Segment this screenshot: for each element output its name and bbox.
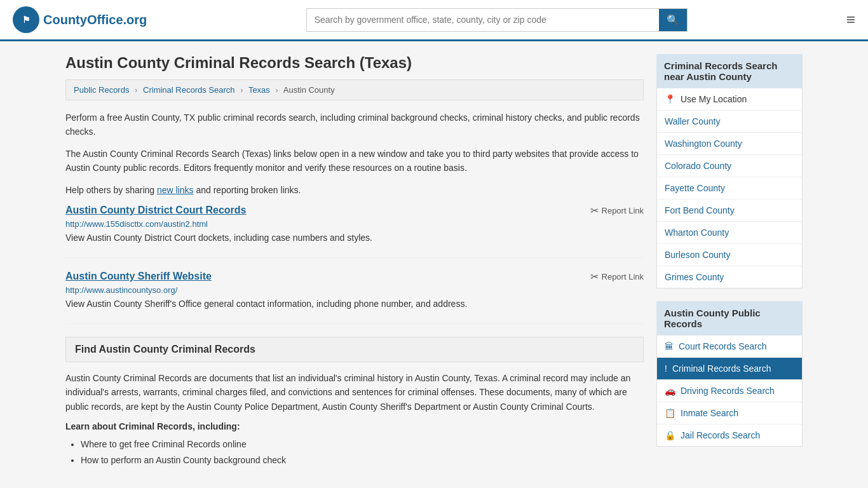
breadcrumb-sep3: › (275, 85, 278, 95)
sidebar-public-records-icon: 🚗 (665, 386, 675, 396)
sidebar-public-records-label: Court Records Search (679, 341, 767, 351)
report-link-button[interactable]: ✂ Report Link (590, 205, 644, 217)
sidebar-public-records-link[interactable]: 🏛 Court Records Search (657, 336, 802, 357)
sidebar-nearby-header: Criminal Records Search near Austin Coun… (656, 54, 803, 88)
search-button[interactable]: 🔍 (659, 9, 687, 31)
record-url: http://www.austincountyso.org/ (65, 285, 644, 295)
sidebar-public-records-icon: 🔒 (665, 430, 675, 440)
sidebar-public-records-label: Jail Records Search (681, 430, 760, 440)
find-section-header: Find Austin County Criminal Records (65, 337, 644, 362)
record-card-header: Austin County District Court Records ✂ R… (65, 205, 644, 217)
record-card: Austin County Sheriff Website ✂ Report L… (65, 271, 644, 324)
search-bar: 🔍 (306, 8, 688, 32)
sidebar-public-records-list: 🏛 Court Records Search ! Criminal Record… (656, 336, 803, 447)
svg-text:⚑: ⚑ (22, 15, 31, 25)
learn-bullets: Where to get free Criminal Records onlin… (65, 437, 644, 468)
breadcrumb-public-records[interactable]: Public Records (74, 85, 129, 95)
sidebar-nearby-link[interactable]: Waller County (657, 111, 802, 132)
header: ⚑ CountyOffice.org 🔍 ≡ (0, 0, 868, 41)
find-section: Find Austin County Criminal Records Aust… (65, 337, 644, 469)
logo-text: CountyOffice.org (43, 13, 147, 27)
sidebar-nearby-link[interactable]: Colorado County (657, 155, 802, 177)
sidebar-nearby-item[interactable]: Washington County (657, 133, 802, 155)
sidebar-public-records-item[interactable]: 🚗 Driving Records Search (657, 380, 802, 402)
sidebar-nearby-link[interactable]: 📍Use My Location (657, 88, 802, 110)
desc3-before: Help others by sharing (65, 185, 157, 195)
sidebar-public-records-label: Inmate Search (681, 408, 738, 418)
record-url: http://www.155discttx.com/austin2.html (65, 219, 644, 229)
sidebar-nearby-label: Fort Bend County (665, 205, 735, 215)
report-link-icon: ✂ (590, 271, 599, 283)
record-card-title[interactable]: Austin County District Court Records (65, 205, 246, 216)
sidebar-nearby-item[interactable]: Colorado County (657, 155, 802, 177)
sidebar-public-records-item[interactable]: ! Criminal Records Search (657, 358, 802, 380)
sidebar-public-records-label: Criminal Records Search (672, 363, 771, 374)
record-card-header: Austin County Sheriff Website ✂ Report L… (65, 271, 644, 283)
breadcrumb-texas[interactable]: Texas (248, 85, 270, 95)
bullet-item: How to perform an Austin County backgrou… (81, 452, 644, 468)
sidebar-public-records-icon: ! (665, 363, 667, 374)
sidebar-public-records-icon: 📋 (665, 408, 675, 418)
breadcrumb-criminal-records[interactable]: Criminal Records Search (143, 85, 235, 95)
description-1: Perform a free Austin County, TX public … (65, 111, 644, 139)
sidebar-nearby-item[interactable]: Fort Bend County (657, 200, 802, 222)
breadcrumb-sep1: › (135, 85, 137, 95)
sidebar-nearby-link[interactable]: Grimes County (657, 266, 802, 288)
sidebar-nearby-label: Burleson County (665, 250, 731, 260)
sidebar-nearby-label: Washington County (665, 139, 742, 149)
sidebar-nearby-link[interactable]: Fort Bend County (657, 200, 802, 221)
report-link-label: Report Link (602, 272, 644, 281)
sidebar-public-records-link[interactable]: ! Criminal Records Search (657, 358, 802, 379)
report-link-button[interactable]: ✂ Report Link (590, 271, 644, 283)
logo-icon: ⚑ (13, 6, 39, 33)
sidebar-nearby: Criminal Records Search near Austin Coun… (656, 54, 803, 288)
breadcrumb-sep2: › (240, 85, 243, 95)
main-content: Austin County Criminal Records Search (T… (65, 54, 644, 469)
description-2: The Austin County Criminal Records Searc… (65, 147, 644, 175)
new-links-link[interactable]: new links (157, 185, 194, 195)
sidebar-nearby-item[interactable]: 📍Use My Location (657, 88, 802, 111)
sidebar-nearby-label: Colorado County (665, 161, 731, 171)
sidebar-public-records-icon: 🏛 (665, 341, 674, 351)
sidebar-nearby-link[interactable]: Wharton County (657, 222, 802, 243)
sidebar-public-records-link[interactable]: 📋 Inmate Search (657, 402, 802, 424)
sidebar: Criminal Records Search near Austin Coun… (656, 54, 803, 469)
description-3: Help others by sharing new links and rep… (65, 183, 644, 197)
sidebar-nearby-label: Waller County (665, 116, 720, 126)
sidebar-nearby-link[interactable]: Washington County (657, 133, 802, 154)
location-pin-icon: 📍 (665, 94, 675, 104)
sidebar-public-records-item[interactable]: 📋 Inmate Search (657, 402, 802, 424)
search-icon: 🔍 (667, 15, 679, 25)
sidebar-public-records-header: Austin County Public Records (656, 301, 803, 336)
sidebar-public-records: Austin County Public Records 🏛 Court Rec… (656, 301, 803, 447)
logo-area: ⚑ CountyOffice.org (13, 6, 147, 33)
sidebar-nearby-item[interactable]: Grimes County (657, 266, 802, 288)
sidebar-nearby-item[interactable]: Waller County (657, 111, 802, 133)
sidebar-public-records-link[interactable]: 🚗 Driving Records Search (657, 380, 802, 402)
sidebar-nearby-list: 📍Use My LocationWaller CountyWashington … (656, 88, 803, 288)
sidebar-nearby-item[interactable]: Burleson County (657, 244, 802, 266)
sidebar-nearby-item[interactable]: Wharton County (657, 222, 802, 244)
breadcrumb: Public Records › Criminal Records Search… (65, 79, 644, 100)
sidebar-nearby-label: Grimes County (665, 272, 724, 282)
desc3-after: and reporting broken links. (194, 185, 301, 195)
report-link-icon: ✂ (590, 205, 599, 217)
sidebar-nearby-item[interactable]: Fayette County (657, 177, 802, 200)
record-desc: View Austin County Sheriff's Office gene… (65, 297, 644, 311)
sidebar-nearby-label: Use My Location (681, 94, 747, 104)
sidebar-nearby-label: Wharton County (665, 227, 729, 238)
sidebar-nearby-link[interactable]: Burleson County (657, 244, 802, 266)
menu-icon[interactable]: ≡ (846, 11, 855, 29)
breadcrumb-austin-county: Austin County (283, 85, 335, 95)
sidebar-public-records-link[interactable]: 🔒 Jail Records Search (657, 424, 802, 446)
find-section-body: Austin County Criminal Records are docum… (65, 371, 644, 414)
sidebar-nearby-link[interactable]: Fayette County (657, 177, 802, 199)
sidebar-public-records-item[interactable]: 🏛 Court Records Search (657, 336, 802, 358)
record-card-title[interactable]: Austin County Sheriff Website (65, 271, 212, 282)
report-link-label: Report Link (602, 206, 644, 215)
sidebar-public-records-item[interactable]: 🔒 Jail Records Search (657, 424, 802, 446)
sidebar-public-records-label: Driving Records Search (681, 386, 775, 396)
bullet-item: Where to get free Criminal Records onlin… (81, 437, 644, 452)
record-desc: View Austin County District Court docket… (65, 231, 644, 245)
search-input[interactable] (307, 10, 659, 30)
